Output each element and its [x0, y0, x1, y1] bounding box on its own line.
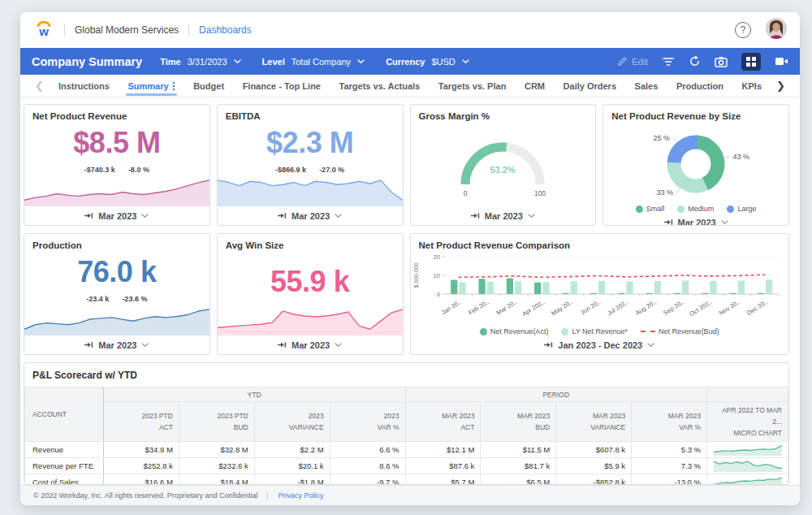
- legend-label: LY Net Revenue*: [572, 327, 628, 335]
- donut-chart: 43 %33 %25 %: [610, 123, 782, 204]
- toolbar-filter-currency[interactable]: Currency$USD: [386, 57, 469, 67]
- period-label: Mar 2023: [98, 340, 136, 350]
- period-marker-icon: [84, 212, 93, 219]
- cell-value: 5.3 %: [632, 442, 707, 458]
- cell-value: 7.3 %: [632, 458, 707, 474]
- workday-logo-icon[interactable]: w: [33, 18, 54, 42]
- help-icon[interactable]: ?: [735, 22, 751, 38]
- comparison-legend: Net Revenue(Act)LY Net Revenue*Net Reven…: [411, 327, 789, 335]
- app-footer: © 2022 Workday, Inc. All rights reserved…: [20, 485, 800, 505]
- period-selector[interactable]: Jan 2023 - Dec 2023: [411, 335, 789, 354]
- period-selector[interactable]: Mar 2023: [24, 335, 209, 354]
- period-marker-icon: [544, 341, 553, 348]
- tab-label: Instructions: [58, 81, 110, 91]
- tab-budget[interactable]: Budget: [185, 75, 232, 97]
- period-selector[interactable]: Mar 2023: [603, 213, 788, 226]
- camera-icon[interactable]: [715, 56, 728, 67]
- svg-text:20: 20: [433, 253, 440, 261]
- svg-text:Feb 20..: Feb 20..: [467, 298, 490, 316]
- tab-targets-vs-plan[interactable]: Targets vs. Plan: [430, 75, 515, 97]
- column-header-mar-2023-act: MAR 2023ACT: [405, 402, 481, 442]
- svg-text:Jul 202..: Jul 202..: [606, 298, 629, 317]
- tab-label: CRM: [525, 81, 545, 91]
- legend-label: Small: [646, 205, 665, 213]
- tabs-scroll-right-icon[interactable]: ❯: [770, 80, 792, 92]
- filter-value: Total Company: [292, 57, 351, 67]
- cell-value: $81.7 k: [481, 458, 556, 474]
- micro-sparkline-chart: [714, 444, 782, 456]
- period-selector[interactable]: Mar 2023: [218, 335, 403, 354]
- legend-dot-icon: [480, 328, 487, 335]
- svg-text:53.2%: 53.2%: [490, 165, 516, 175]
- tabs-scroll-left-icon[interactable]: ❮: [28, 80, 50, 92]
- cell-micro-chart: [707, 442, 788, 458]
- svg-text:10: 10: [433, 272, 440, 279]
- cell-account: Cost of Sales: [25, 474, 104, 486]
- tab-daily-orders[interactable]: Daily Orders: [555, 75, 624, 97]
- tab-production[interactable]: Production: [668, 75, 732, 97]
- tab-instructions[interactable]: Instructions: [50, 75, 118, 97]
- tab-crm[interactable]: CRM: [516, 75, 553, 97]
- svg-text:100: 100: [534, 189, 546, 197]
- tab-summary[interactable]: Summary: [119, 75, 183, 97]
- card-avg-win-size: Avg Win Size 55.9 k Mar 2023: [217, 233, 404, 355]
- column-group-period: PERIOD: [405, 387, 707, 402]
- cell-value: $16.6 M: [104, 474, 179, 486]
- legend-dot-icon: [727, 206, 734, 213]
- dashboards-link[interactable]: Dashboards: [199, 24, 252, 36]
- tab-label: Summary: [127, 81, 168, 91]
- cell-micro-chart: [707, 474, 788, 486]
- svg-text:Mar 20..: Mar 20..: [495, 298, 518, 316]
- tab-targets-vs-actuals[interactable]: Targets vs. Actuals: [331, 75, 429, 97]
- svg-text:0: 0: [436, 291, 439, 298]
- filter-icon[interactable]: [662, 56, 675, 67]
- app-window: w Global Modern Services Dashboards ?: [20, 12, 800, 505]
- gauge-chart: 53.2%0100: [438, 126, 568, 201]
- cell-value: 6.6 %: [330, 442, 405, 458]
- column-header-2023-var: 2023VAR %: [330, 402, 405, 442]
- cell-value: $12.1 M: [405, 442, 481, 458]
- avatar[interactable]: [766, 18, 787, 42]
- legend-label: Net Revenue(Act): [490, 327, 549, 335]
- column-header-account: ACCOUNT: [25, 387, 104, 442]
- refresh-icon[interactable]: [689, 55, 701, 67]
- toolbar-filters: Time3/31/2023LevelTotal CompanyCurrency$…: [160, 57, 469, 67]
- svg-text:Sep 20..: Sep 20..: [662, 298, 685, 317]
- period-selector[interactable]: Mar 2023: [24, 206, 209, 225]
- privacy-policy-link[interactable]: Privacy Policy: [278, 491, 323, 500]
- sparkline-chart: [24, 306, 209, 335]
- cell-value: $607.8 k: [556, 442, 632, 458]
- toolbar-filter-level[interactable]: LevelTotal Company: [262, 57, 365, 67]
- grid-view-icon[interactable]: [741, 53, 761, 71]
- svg-text:0: 0: [464, 189, 468, 197]
- tab-label: Finance - Top Line: [243, 81, 321, 91]
- legend-item-net-revenue-bud: Net Revenue(Bud): [641, 327, 719, 335]
- tab-label: Daily Orders: [564, 81, 616, 91]
- legend-item-ly-net-revenue: LY Net Revenue*: [561, 327, 628, 335]
- micro-sparkline-chart: [714, 460, 782, 472]
- legend-dot-icon: [677, 206, 685, 213]
- chevron-down-icon: [141, 214, 149, 219]
- cell-value: $2.2 M: [254, 442, 330, 458]
- edit-button[interactable]: Edit: [617, 56, 648, 67]
- tab-sales[interactable]: Sales: [627, 75, 667, 97]
- toolbar-filter-time[interactable]: Time3/31/2023: [160, 57, 240, 67]
- card-production: Production 76.0 k -23.4 k-23.6 % Mar 202…: [24, 233, 210, 355]
- divider: [64, 24, 65, 37]
- card-revenue-by-size: Net Product Revenue by Size 43 %33 %25 %…: [603, 104, 789, 226]
- page-title: Company Summary: [32, 55, 142, 68]
- divider: [267, 491, 268, 500]
- video-icon[interactable]: [775, 56, 788, 67]
- kebab-menu-icon[interactable]: [172, 81, 175, 91]
- legend-item-small: Small: [636, 205, 665, 213]
- chevron-down-icon: [721, 220, 728, 225]
- svg-text:Aug 20..: Aug 20..: [633, 298, 657, 317]
- tab-kpis[interactable]: KPIs: [734, 75, 770, 97]
- legend-dot-icon: [561, 328, 568, 335]
- tab-finance-top-line[interactable]: Finance - Top Line: [235, 75, 329, 97]
- period-selector[interactable]: Mar 2023: [411, 206, 596, 225]
- cell-value: $11.5 M: [481, 442, 556, 458]
- svg-text:Jun 20..: Jun 20..: [579, 298, 602, 316]
- period-selector[interactable]: Mar 2023: [218, 206, 403, 225]
- column-group-empty: [707, 387, 788, 402]
